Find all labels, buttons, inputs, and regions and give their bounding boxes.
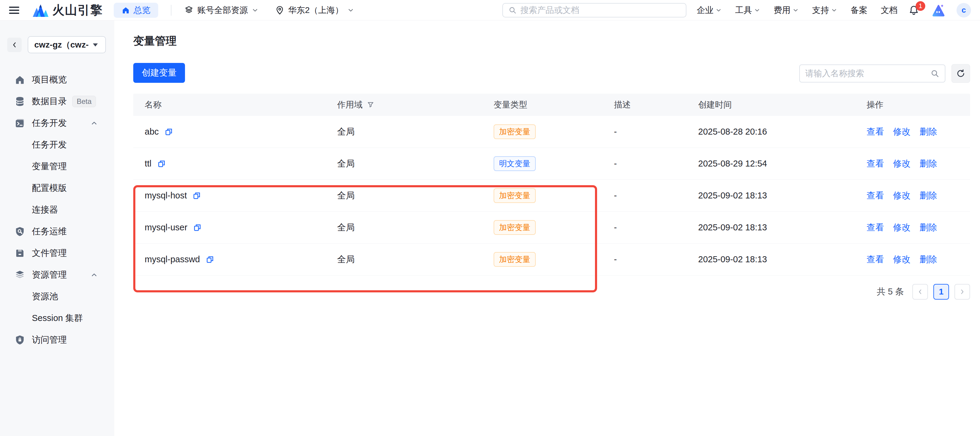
hamburger-menu-icon[interactable] [9,6,19,14]
column-header-created: 创建时间 [687,99,855,110]
home-icon [121,6,130,14]
variable-created-time: 2025-08-29 12:54 [687,159,855,169]
filter-icon[interactable] [367,101,374,109]
sidebar-item-任务开发[interactable]: 任务开发 [0,134,114,156]
chevron-up-icon [90,271,98,279]
brand-name: 火山引擎 [52,2,103,18]
delete-link[interactable]: 删除 [920,254,937,265]
global-search-box[interactable] [502,3,686,18]
notification-bell[interactable]: 1 [908,5,919,16]
edit-link[interactable]: 修改 [893,126,910,138]
table-row: mysql-passwd 全局 加密变量 - 2025-09-02 18:13 … [133,244,970,276]
column-header-desc: 描述 [603,99,687,110]
sidebar-item-数据目录[interactable]: 数据目录 Beta [0,91,114,112]
name-search-input[interactable] [805,69,931,78]
copy-icon[interactable] [157,159,166,168]
overview-button[interactable]: 总览 [114,3,158,18]
sidebar-item-项目概览[interactable]: 项目概览 [0,69,114,91]
chevron-down-icon [715,7,722,14]
variable-type-tag: 加密变量 [493,125,536,139]
pagination: 共 5 条 1 [133,284,970,300]
edit-link[interactable]: 修改 [893,254,910,265]
sidebar-item-变量管理[interactable]: 变量管理 [0,156,114,177]
app-window: 火山引擎 总览 账号全部资源 华东2（上海） 企业 工具 费用 支持 [0,0,980,436]
chevron-down-icon [831,7,837,14]
volcano-logo-icon [32,3,49,18]
user-avatar[interactable]: c [956,3,971,18]
variable-type-tag: 加密变量 [493,220,536,235]
sidebar-item-访问管理[interactable]: 访问管理 [0,329,114,351]
navbar-menu-item-支持[interactable]: 支持 [812,5,837,16]
variable-scope: 全局 [326,254,482,265]
sidebar-item-文件管理[interactable]: 文件管理 [0,243,114,264]
variable-name: abc [145,127,159,137]
sidebar-item-连接器[interactable]: 连接器 [0,199,114,221]
sidebar-item-资源池[interactable]: 资源池 [0,286,114,307]
delete-link[interactable]: 删除 [920,222,937,234]
refresh-icon [956,69,966,78]
pagination-prev-button[interactable] [912,284,928,300]
ai-assistant-icon[interactable] [931,3,946,17]
chevron-down-icon [792,7,799,14]
copy-icon[interactable] [164,127,173,136]
pagination-total: 共 5 条 [877,286,904,298]
edit-link[interactable]: 修改 [893,158,910,170]
resource-scope-dropdown[interactable]: 账号全部资源 [184,5,259,16]
main-content: 变量管理 创建变量 名称 作用域 [114,21,980,436]
view-link[interactable]: 查看 [867,222,884,234]
variable-type-tag: 明文变量 [493,156,536,171]
table-header-row: 名称 作用域 变量类型 描述 创建时间 操作 [133,94,970,116]
sidebar-item-配置模版[interactable]: 配置模版 [0,177,114,199]
copy-icon[interactable] [193,223,202,232]
column-header-actions: 操作 [855,99,970,110]
region-selector-dropdown[interactable]: 华东2（上海） [275,5,354,16]
sidebar-item-资源管理[interactable]: 资源管理 [0,264,114,286]
shield-wrench-icon [14,226,25,237]
table-body: abc 全局 加密变量 - 2025-08-28 20:16 查看 修改 删除 … [133,116,970,276]
project-selector-value: cwz-gz（cwz-... [34,39,88,51]
edit-link[interactable]: 修改 [893,222,910,234]
sidebar-collapse-button[interactable] [7,38,22,52]
sidebar-item-任务运维[interactable]: 任务运维 [0,221,114,243]
home-icon [14,74,25,85]
sidebar-item-任务开发[interactable]: 任务开发 [0,112,114,134]
search-icon [931,69,939,78]
navbar-menu-item-工具[interactable]: 工具 [735,5,760,16]
project-selector[interactable]: cwz-gz（cwz-... [28,36,106,53]
delete-link[interactable]: 删除 [920,126,937,138]
navbar-menu-item-备案[interactable]: 备案 [851,5,867,16]
chevron-down-icon [251,6,259,14]
sidebar-item-Session 集群[interactable]: Session 集群 [0,307,114,329]
edit-link[interactable]: 修改 [893,190,910,202]
navbar-menu-item-企业[interactable]: 企业 [697,5,722,16]
delete-link[interactable]: 删除 [920,190,937,202]
copy-icon[interactable] [192,191,201,200]
delete-link[interactable]: 删除 [920,158,937,170]
navbar-menu-item-费用[interactable]: 费用 [774,5,799,16]
variable-scope: 全局 [326,222,482,234]
variable-description: - [603,127,687,137]
top-navbar: 火山引擎 总览 账号全部资源 华东2（上海） 企业 工具 费用 支持 [0,0,980,21]
view-link[interactable]: 查看 [867,126,884,138]
copy-icon[interactable] [205,255,215,264]
pagination-next-button[interactable] [955,284,970,300]
variable-name: mysql-passwd [145,254,200,264]
variable-created-time: 2025-09-02 18:13 [687,191,855,201]
view-link[interactable]: 查看 [867,254,884,265]
view-link[interactable]: 查看 [867,158,884,170]
caret-down-icon [91,41,99,49]
navbar-menu-item-文档[interactable]: 文档 [881,5,897,16]
variable-scope: 全局 [326,158,482,170]
column-header-type: 变量类型 [482,99,603,110]
chevron-left-icon [917,289,923,295]
view-link[interactable]: 查看 [867,190,884,202]
global-search-input[interactable] [520,5,680,15]
create-variable-button[interactable]: 创建变量 [133,63,185,83]
name-search-box[interactable] [799,64,945,83]
location-pin-icon [275,5,285,15]
brand-logo[interactable]: 火山引擎 [32,2,103,18]
refresh-button[interactable] [951,64,970,83]
pagination-page-1-button[interactable]: 1 [933,284,949,300]
sidebar: cwz-gz（cwz-... 项目概览 数据目录 Beta 任务开发 任务开发 … [0,21,114,436]
variable-scope: 全局 [326,190,482,202]
